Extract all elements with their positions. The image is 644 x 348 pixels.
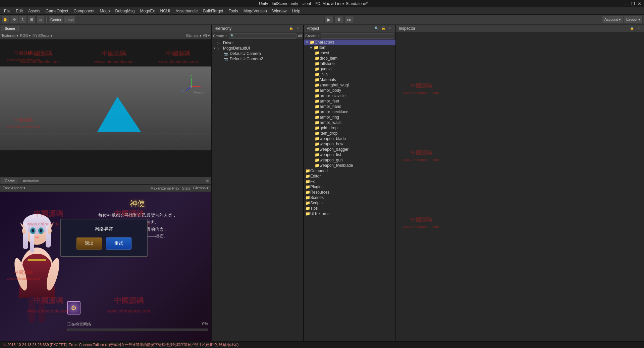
rgb-label[interactable]: RGB ▾ bbox=[20, 33, 31, 38]
effects-label[interactable]: Effects ▾ bbox=[38, 33, 52, 38]
ptree-item-compond[interactable]: 📁 Compond bbox=[304, 168, 395, 173]
ptree-item-drop-item[interactable]: 📁 drop_item bbox=[304, 56, 395, 61]
minimize-button[interactable]: — bbox=[624, 1, 628, 6]
menu-mogoversion[interactable]: MogoVersion bbox=[241, 8, 270, 14]
ptree-item-armor-clavicle[interactable]: 📁 armor_clavicle bbox=[304, 93, 395, 98]
ptree-item-scripts[interactable]: 📁 Scripts bbox=[304, 200, 395, 206]
menu-mogoex[interactable]: MogoEx bbox=[138, 8, 158, 14]
2d-toggle[interactable]: 2D bbox=[32, 34, 37, 38]
inspector-lock-icon[interactable]: 🔒 bbox=[629, 26, 635, 31]
all-label[interactable]: All ▾ bbox=[203, 33, 210, 38]
project-lock-icon[interactable]: 🔒 bbox=[381, 26, 386, 31]
menu-mogo[interactable]: Mogo bbox=[97, 8, 112, 14]
hierarchy-item-defaultuicamera2[interactable]: 📷 DefaultUICamera2 bbox=[212, 56, 303, 62]
ptree-item-item[interactable]: ▼ 📁 Item bbox=[304, 45, 395, 50]
ptree-item-editor[interactable]: 📁 Editor bbox=[304, 173, 395, 179]
ptree-item-characters[interactable]: ▼ 📁 Characters bbox=[304, 40, 395, 45]
hierarchy-lock-icon[interactable]: 🔒 bbox=[288, 26, 294, 31]
ptree-item-armor-feet[interactable]: 📁 armor_feet bbox=[304, 98, 395, 104]
pause-button[interactable]: ⏸ bbox=[334, 16, 344, 23]
scale-tool-button[interactable]: ⊞ bbox=[28, 16, 36, 24]
aspect-dropdown[interactable]: Free Aspect ▾ bbox=[3, 186, 25, 190]
menu-tools[interactable]: Tools bbox=[226, 8, 241, 14]
project-title: Project bbox=[307, 26, 319, 31]
hand-tool-button[interactable]: ✋ bbox=[1, 16, 9, 24]
ptree-item-materials[interactable]: 📁 Materials bbox=[304, 77, 395, 82]
inspector-menu-icon[interactable]: ≡ bbox=[636, 26, 641, 31]
maximize-play-toggle[interactable]: Maximize on Play bbox=[150, 186, 179, 190]
hierarchy-all-btn[interactable]: All bbox=[298, 34, 302, 38]
rect-tool-button[interactable]: ▭ bbox=[36, 16, 44, 24]
svg-rect-42 bbox=[39, 296, 45, 323]
ptree-item-chest[interactable]: 📁 chest bbox=[304, 50, 395, 56]
rotate-tool-button[interactable]: ↻ bbox=[19, 16, 27, 24]
ptree-item-weapon-gun[interactable]: 📁 weapon_gun bbox=[304, 157, 395, 163]
ptree-item-weapon-blade[interactable]: 📁 weapon_blade bbox=[304, 136, 395, 141]
ptree-item-fallstone[interactable]: 📁 fallstone bbox=[304, 61, 395, 66]
ptree-item-fx[interactable]: 📁 Fx bbox=[304, 179, 395, 184]
ptree-item-zhuangbei[interactable]: 📁 zhuangbei_wuqi bbox=[304, 82, 395, 88]
menu-file[interactable]: File bbox=[1, 8, 13, 14]
menu-edit[interactable]: Edit bbox=[13, 8, 25, 14]
layout-dropdown[interactable]: Layout ▾ bbox=[624, 16, 643, 24]
account-dropdown[interactable]: Account ▾ bbox=[602, 16, 623, 24]
local-toggle-button[interactable]: Local bbox=[64, 16, 76, 24]
ptree-item-uitextures[interactable]: 📁 UITextures bbox=[304, 211, 395, 216]
ptree-item-armor-ring[interactable]: 📁 armor_ring bbox=[304, 115, 395, 120]
close-button[interactable]: ✕ bbox=[638, 1, 641, 6]
ptree-item-gold-drop[interactable]: 📁 gold_drop bbox=[304, 125, 395, 131]
hierarchy-item-driver[interactable]: ▷ Driver bbox=[212, 40, 303, 46]
tab-game[interactable]: Game bbox=[1, 178, 18, 184]
menu-gameobject[interactable]: GameObject bbox=[43, 8, 71, 14]
maximize-button[interactable]: ❐ bbox=[631, 1, 635, 6]
ptree-item-tips[interactable]: 📁 Tips bbox=[304, 206, 395, 211]
ptree-item-plugins[interactable]: 📁 Plugins bbox=[304, 184, 395, 190]
project-search-icon[interactable]: 🔍 bbox=[374, 26, 379, 31]
watermark-game-4: 中國源碼www.chinacode.com bbox=[107, 296, 150, 315]
hierarchy-item-mogodefaultui[interactable]: ▼ ▷ MogoDefaultUI bbox=[212, 46, 303, 51]
ptree-item-weapon-twinblade[interactable]: 📁 weapon_twinblade bbox=[304, 163, 395, 168]
play-button[interactable]: ▶ bbox=[324, 16, 334, 23]
label-materials: Materials bbox=[320, 77, 336, 82]
window-controls[interactable]: — ❐ ✕ bbox=[624, 1, 641, 6]
menu-assets[interactable]: Assets bbox=[25, 8, 43, 14]
move-tool-button[interactable]: ✛ bbox=[10, 16, 18, 24]
hierarchy-item-defaultuicamera[interactable]: 📷 DefaultUICamera bbox=[212, 51, 303, 56]
project-menu-icon[interactable]: ≡ bbox=[387, 26, 393, 31]
ptree-item-scenes[interactable]: 📁 Scenes bbox=[304, 195, 395, 200]
menu-component[interactable]: Component bbox=[71, 8, 97, 14]
ptree-item-armor-waist[interactable]: 📁 armor_waist bbox=[304, 120, 395, 125]
ptree-item-weapon-fist[interactable]: 📁 weapon_fist bbox=[304, 152, 395, 157]
hierarchy-menu-icon[interactable]: ≡ bbox=[295, 26, 301, 31]
ptree-item-armor-hand[interactable]: 📁 armor_hand bbox=[304, 104, 395, 109]
menu-debugmsg[interactable]: DebugMsg bbox=[112, 8, 137, 14]
textured-label[interactable]: Textured ▾ bbox=[1, 33, 18, 38]
ptree-item-armor-body[interactable]: 📁 armor_body bbox=[304, 88, 395, 93]
menu-help[interactable]: Help bbox=[289, 8, 303, 14]
quit-button[interactable]: 退出 bbox=[76, 237, 102, 250]
stats-button[interactable]: Stats bbox=[182, 186, 191, 190]
project-create-btn[interactable]: Create bbox=[305, 34, 316, 38]
menu-window[interactable]: Window bbox=[270, 8, 289, 14]
tab-animation[interactable]: Animation bbox=[19, 178, 43, 184]
center-toggle-button[interactable]: Center bbox=[49, 16, 63, 24]
menu-ngui[interactable]: NGUI bbox=[158, 8, 173, 14]
gizmos-game-button[interactable]: Gizmos ▾ bbox=[193, 186, 209, 190]
ptree-item-weapon-bow[interactable]: 📁 weapon_bow bbox=[304, 141, 395, 147]
label-weapon-blade: weapon_blade bbox=[320, 136, 346, 141]
ptree-item-item-drop[interactable]: 📁 item_drop bbox=[304, 131, 395, 136]
step-button[interactable]: ⏭ bbox=[344, 16, 354, 23]
gizmos-label[interactable]: Gizmos ▾ bbox=[186, 33, 201, 38]
retry-button[interactable]: 重试 bbox=[106, 237, 131, 250]
menu-assetbundle[interactable]: Assetbundle bbox=[173, 8, 201, 14]
ptree-item-resources[interactable]: 📁 Resources bbox=[304, 190, 395, 195]
ptree-item-armor-necklace[interactable]: 📁 armor_necklace bbox=[304, 109, 395, 115]
maximize-icon[interactable]: ⊞ bbox=[206, 179, 210, 183]
ptree-item-weapon-dagger[interactable]: 📁 weapon_dagger bbox=[304, 147, 395, 152]
item-icon[interactable]: ⚙ bbox=[67, 301, 80, 315]
hierarchy-create-btn[interactable]: Create bbox=[213, 34, 224, 38]
ptree-item-guanzi[interactable]: 📁 guanzi bbox=[304, 66, 395, 72]
ptree-item-jinlin[interactable]: 📁 jinlin bbox=[304, 72, 395, 77]
menu-buildtarget[interactable]: BuildTarget bbox=[201, 8, 226, 14]
tab-scene[interactable]: Scene bbox=[1, 26, 19, 31]
